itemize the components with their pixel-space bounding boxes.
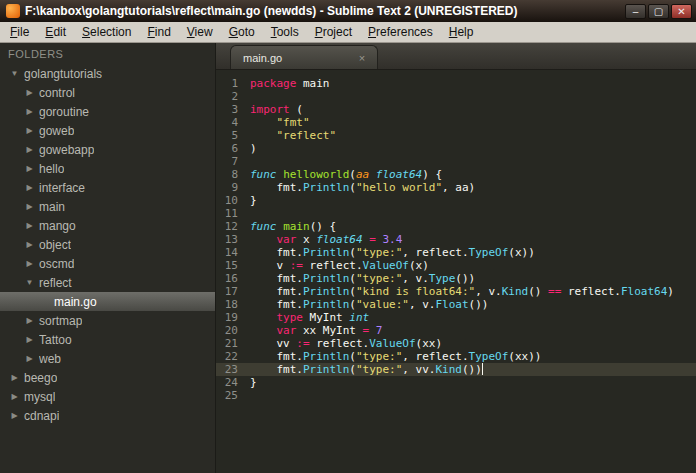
- code-line[interactable]: 14 fmt.Println("type:", reflect.TypeOf(x…: [216, 246, 696, 259]
- folder-item-mango[interactable]: ▶mango: [0, 216, 215, 235]
- menu-item-view[interactable]: View: [179, 23, 221, 41]
- disclosure-collapsed-icon[interactable]: ▶: [23, 202, 36, 211]
- window-titlebar[interactable]: F:\kanbox\golangtutorials\reflect\main.g…: [0, 0, 696, 22]
- code-line-text: fmt.Println("type:", vv.Kind()): [250, 363, 483, 376]
- code-line[interactable]: 9 fmt.Println("hello world", aa): [216, 181, 696, 194]
- menu-item-edit[interactable]: Edit: [37, 23, 74, 41]
- menu-item-file[interactable]: File: [2, 23, 37, 41]
- folder-item-golangtutorials[interactable]: ▼golangtutorials: [0, 64, 215, 83]
- code-line[interactable]: 13 var x float64 = 3.4: [216, 233, 696, 246]
- folder-item-cdnapi[interactable]: ▶cdnapi: [0, 406, 215, 425]
- folder-item-gowebapp[interactable]: ▶gowebapp: [0, 140, 215, 159]
- code-line[interactable]: 12func main() {: [216, 220, 696, 233]
- menu-item-goto[interactable]: Goto: [221, 23, 263, 41]
- folder-item-goroutine[interactable]: ▶goroutine: [0, 102, 215, 121]
- disclosure-collapsed-icon[interactable]: ▶: [23, 164, 36, 173]
- disclosure-expanded-icon[interactable]: ▼: [23, 278, 36, 287]
- folder-item-main[interactable]: ▶main: [0, 197, 215, 216]
- line-number: 23: [216, 363, 250, 376]
- code-line[interactable]: 10}: [216, 194, 696, 207]
- line-number: 18: [216, 298, 250, 311]
- code-line[interactable]: 2: [216, 90, 696, 103]
- code-line[interactable]: 19 type MyInt int: [216, 311, 696, 324]
- code-line-text: v := reflect.ValueOf(x): [250, 259, 429, 272]
- code-line[interactable]: 15 v := reflect.ValueOf(x): [216, 259, 696, 272]
- line-number: 19: [216, 311, 250, 324]
- menu-item-help[interactable]: Help: [441, 23, 482, 41]
- folder-item-web[interactable]: ▶web: [0, 349, 215, 368]
- code-line[interactable]: 8func helloworld(aa float64) {: [216, 168, 696, 181]
- code-line[interactable]: 20 var xx MyInt = 7: [216, 324, 696, 337]
- code-line-text: import (: [250, 103, 303, 116]
- line-number: 7: [216, 155, 250, 168]
- disclosure-collapsed-icon[interactable]: ▶: [23, 259, 36, 268]
- folder-item-sortmap[interactable]: ▶sortmap: [0, 311, 215, 330]
- disclosure-collapsed-icon[interactable]: ▶: [23, 221, 36, 230]
- disclosure-collapsed-icon[interactable]: ▶: [23, 88, 36, 97]
- disclosure-collapsed-icon[interactable]: ▶: [23, 240, 36, 249]
- folder-item-goweb[interactable]: ▶goweb: [0, 121, 215, 140]
- menu-item-find[interactable]: Find: [139, 23, 178, 41]
- code-line[interactable]: 22 fmt.Println("type:", reflect.TypeOf(x…: [216, 350, 696, 363]
- code-area[interactable]: 1package main23import (4 "fmt"5 "reflect…: [216, 70, 696, 473]
- line-number: 24: [216, 376, 250, 389]
- code-line[interactable]: 3import (: [216, 103, 696, 116]
- folder-item-beego[interactable]: ▶beego: [0, 368, 215, 387]
- tree-item-label: goroutine: [39, 105, 89, 119]
- menu-item-selection[interactable]: Selection: [74, 23, 139, 41]
- disclosure-collapsed-icon[interactable]: ▶: [8, 411, 21, 420]
- close-button[interactable]: ✕: [671, 4, 692, 19]
- code-line[interactable]: 4 "fmt": [216, 116, 696, 129]
- tree-item-label: beego: [24, 371, 57, 385]
- code-line[interactable]: 16 fmt.Println("type:", v.Type()): [216, 272, 696, 285]
- sidebar: FOLDERS ▼golangtutorials▶control▶gorouti…: [0, 43, 216, 473]
- tree-item-label: cdnapi: [24, 409, 59, 423]
- code-line[interactable]: 18 fmt.Println("value:", v.Float()): [216, 298, 696, 311]
- disclosure-collapsed-icon[interactable]: ▶: [23, 316, 36, 325]
- code-line-text: var xx MyInt = 7: [250, 324, 382, 337]
- disclosure-expanded-icon[interactable]: ▼: [8, 69, 21, 78]
- disclosure-collapsed-icon[interactable]: ▶: [8, 392, 21, 401]
- folder-item-hello[interactable]: ▶hello: [0, 159, 215, 178]
- tab-bar: main.go ×: [216, 43, 696, 70]
- line-number: 8: [216, 168, 250, 181]
- disclosure-collapsed-icon[interactable]: ▶: [23, 145, 36, 154]
- code-line[interactable]: 5 "reflect": [216, 129, 696, 142]
- maximize-button[interactable]: ▢: [648, 4, 669, 19]
- code-line-text: type MyInt int: [250, 311, 369, 324]
- disclosure-collapsed-icon[interactable]: ▶: [23, 354, 36, 363]
- tab-label: main.go: [243, 52, 282, 64]
- code-line[interactable]: 25: [216, 389, 696, 402]
- menu-item-tools[interactable]: Tools: [263, 23, 307, 41]
- file-item-main-go[interactable]: main.go: [0, 292, 215, 311]
- folder-item-tattoo[interactable]: ▶Tattoo: [0, 330, 215, 349]
- code-line[interactable]: 1package main: [216, 77, 696, 90]
- folder-item-control[interactable]: ▶control: [0, 83, 215, 102]
- code-line[interactable]: 17 fmt.Println("kind is float64:", v.Kin…: [216, 285, 696, 298]
- disclosure-collapsed-icon[interactable]: ▶: [23, 183, 36, 192]
- folder-item-reflect[interactable]: ▼reflect: [0, 273, 215, 292]
- line-number: 17: [216, 285, 250, 298]
- code-line[interactable]: 6): [216, 142, 696, 155]
- disclosure-collapsed-icon[interactable]: ▶: [8, 373, 21, 382]
- minimize-button[interactable]: –: [625, 4, 646, 19]
- code-line-text: fmt.Println("type:", reflect.TypeOf(x)): [250, 246, 535, 259]
- disclosure-collapsed-icon[interactable]: ▶: [23, 107, 36, 116]
- disclosure-collapsed-icon[interactable]: ▶: [23, 335, 36, 344]
- tree-item-label: gowebapp: [39, 143, 94, 157]
- folder-item-interface[interactable]: ▶interface: [0, 178, 215, 197]
- code-line[interactable]: 23 fmt.Println("type:", vv.Kind()): [216, 363, 696, 376]
- line-number: 9: [216, 181, 250, 194]
- code-line[interactable]: 24}: [216, 376, 696, 389]
- code-line[interactable]: 21 vv := reflect.ValueOf(xx): [216, 337, 696, 350]
- folder-item-mysql[interactable]: ▶mysql: [0, 387, 215, 406]
- menu-item-project[interactable]: Project: [307, 23, 360, 41]
- code-line[interactable]: 11: [216, 207, 696, 220]
- disclosure-collapsed-icon[interactable]: ▶: [23, 126, 36, 135]
- tab-close-icon[interactable]: ×: [355, 52, 369, 64]
- tab-main-go[interactable]: main.go ×: [230, 45, 378, 69]
- menu-item-preferences[interactable]: Preferences: [360, 23, 441, 41]
- folder-item-object[interactable]: ▶object: [0, 235, 215, 254]
- code-line[interactable]: 7: [216, 155, 696, 168]
- folder-item-oscmd[interactable]: ▶oscmd: [0, 254, 215, 273]
